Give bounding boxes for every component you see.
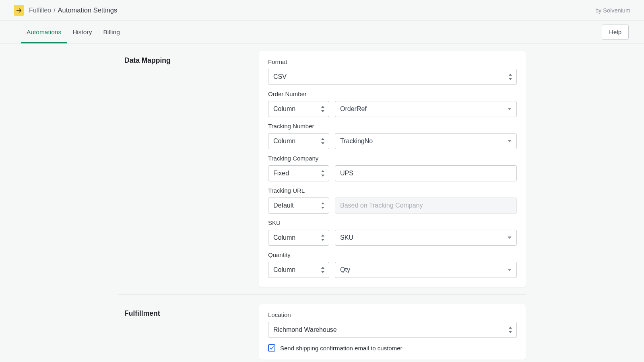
sku-label: SKU: [268, 219, 517, 226]
field-format: Format CSV: [268, 58, 517, 85]
send-email-checkbox[interactable]: [268, 344, 275, 352]
order-column-value: OrderRef: [340, 105, 367, 113]
stepper-icon: [321, 106, 325, 112]
sku-column-combo[interactable]: SKU: [335, 230, 517, 246]
section-title: Fulfillment: [118, 309, 259, 318]
tab-label: Automations: [27, 29, 61, 36]
stepper-icon: [321, 234, 325, 241]
field-quantity: Quantity Column Qty: [268, 251, 517, 278]
section-data-mapping: Data Mapping Format CSV Order Number Col…: [118, 51, 526, 294]
format-value: CSV: [273, 73, 287, 80]
location-label: Location: [268, 311, 517, 318]
stepper-icon: [321, 267, 325, 273]
tracking-source-value: Column: [273, 138, 295, 145]
section-left: Fulfillment: [118, 304, 259, 360]
field-order-number: Order Number Column OrderRef: [268, 90, 517, 117]
topbar: Fulfilleo / Automation Settings by Solve…: [0, 0, 644, 21]
url-source-value: Default: [273, 202, 294, 209]
field-location: Location Richmond Warehouse: [268, 311, 517, 338]
section-fulfillment: Fulfillment Location Richmond Warehouse: [118, 294, 526, 362]
format-label: Format: [268, 58, 517, 65]
send-email-row: Send shipping confirmation email to cust…: [268, 344, 517, 352]
stepper-icon: [509, 74, 513, 80]
tab-label: Billing: [103, 29, 120, 36]
fulfillment-card: Location Richmond Warehouse Send shippin…: [259, 304, 526, 360]
order-column-combo[interactable]: OrderRef: [335, 101, 517, 117]
breadcrumb-separator: /: [54, 7, 55, 14]
company-source-value: Fixed: [273, 170, 289, 177]
section-left: Data Mapping: [118, 51, 259, 287]
qty-source-select[interactable]: Column: [268, 262, 329, 278]
quantity-label: Quantity: [268, 251, 517, 258]
tab-history[interactable]: History: [67, 21, 97, 43]
field-tracking-number: Tracking Number Column TrackingNo: [268, 123, 517, 149]
field-tracking-url: Tracking URL Default Based on Tracking C…: [268, 187, 517, 214]
tracking-company-label: Tracking Company: [268, 155, 517, 162]
tracking-column-combo[interactable]: TrackingNo: [335, 133, 517, 149]
location-value: Richmond Warehouse: [273, 326, 337, 333]
check-icon: [269, 346, 274, 350]
qty-source-value: Column: [273, 266, 295, 274]
tracking-number-label: Tracking Number: [268, 123, 517, 130]
chevron-down-icon: [508, 140, 512, 142]
company-value-field[interactable]: [340, 166, 512, 181]
tracking-source-select[interactable]: Column: [268, 133, 329, 149]
send-email-label: Send shipping confirmation email to cust…: [280, 345, 402, 352]
help-button[interactable]: Help: [602, 25, 629, 40]
section-right: Format CSV Order Number Column: [259, 51, 526, 287]
url-placeholder: Based on Tracking Company: [340, 202, 423, 209]
section-title: Data Mapping: [118, 56, 259, 65]
stepper-icon: [321, 170, 325, 177]
field-tracking-company: Tracking Company Fixed: [268, 155, 517, 181]
help-button-label: Help: [609, 29, 621, 35]
location-select[interactable]: Richmond Warehouse: [268, 322, 517, 338]
stepper-icon: [509, 327, 513, 333]
breadcrumb-app[interactable]: Fulfilleo: [29, 7, 51, 14]
url-source-select[interactable]: Default: [268, 197, 329, 214]
tracking-column-value: TrackingNo: [340, 138, 373, 145]
page-body: Data Mapping Format CSV Order Number Col…: [0, 43, 644, 362]
app-icon: [14, 5, 24, 16]
byline: by Solvenium: [595, 7, 630, 14]
tab-label: History: [72, 29, 92, 36]
tab-automations[interactable]: Automations: [21, 21, 67, 43]
stepper-icon: [321, 202, 325, 209]
format-select[interactable]: CSV: [268, 69, 517, 85]
chevron-down-icon: [508, 237, 512, 239]
order-number-label: Order Number: [268, 90, 517, 97]
tabbar: Automations History Billing Help: [0, 21, 644, 43]
fulfilleo-logo-icon: [16, 7, 22, 14]
qty-column-combo[interactable]: Qty: [335, 262, 517, 278]
chevron-down-icon: [508, 269, 512, 271]
tracking-url-label: Tracking URL: [268, 187, 517, 194]
sku-column-value: SKU: [340, 234, 353, 241]
company-source-select[interactable]: Fixed: [268, 165, 329, 181]
section-right: Location Richmond Warehouse Send shippin…: [259, 304, 526, 360]
sku-source-select[interactable]: Column: [268, 230, 329, 246]
sku-source-value: Column: [273, 234, 295, 241]
company-value-input[interactable]: [335, 165, 517, 181]
stepper-icon: [321, 138, 325, 144]
url-readonly-field: Based on Tracking Company: [335, 197, 517, 214]
tab-billing[interactable]: Billing: [97, 21, 125, 43]
qty-column-value: Qty: [340, 266, 350, 274]
order-source-select[interactable]: Column: [268, 101, 329, 117]
order-source-value: Column: [273, 105, 295, 113]
breadcrumb-page: Automation Settings: [58, 6, 118, 14]
field-sku: SKU Column SKU: [268, 219, 517, 246]
chevron-down-icon: [508, 108, 512, 110]
data-mapping-card: Format CSV Order Number Column: [259, 51, 526, 287]
